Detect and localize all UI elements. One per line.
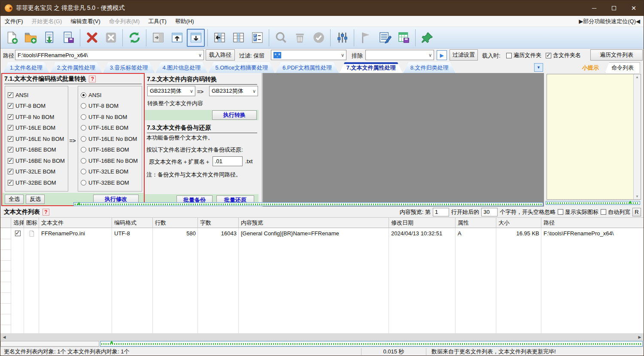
filter-settings-button[interactable]: 过滤设置: [450, 49, 478, 61]
encoding-checkbox[interactable]: UTF-8 BOM: [8, 103, 65, 109]
execute-convert-button[interactable]: 执行转换: [212, 110, 257, 120]
traverse-file-list-button[interactable]: 遍历文件列表: [590, 49, 643, 61]
chevron-down-icon[interactable]: ∨: [188, 88, 195, 94]
column-header[interactable]: 选择: [11, 218, 24, 228]
scroll-right-icon[interactable]: ▶: [636, 333, 644, 341]
tab-7[interactable]: 7.文本文件属性处理: [340, 62, 403, 73]
menu-item[interactable]: 帮助(H): [171, 18, 198, 25]
encoding-radio[interactable]: UTF-16BE No BOM: [81, 158, 139, 164]
load-path-button[interactable]: 载入路径: [206, 49, 235, 61]
refresh-icon[interactable]: [125, 29, 143, 47]
column-header[interactable]: 编码格式: [112, 218, 153, 228]
select-column-icon[interactable]: [229, 29, 247, 47]
column-header[interactable]: 文本文件: [39, 218, 112, 228]
invert-selection-button[interactable]: 反选: [26, 195, 45, 204]
row-gutter-header[interactable]: [0, 218, 11, 228]
encoding-checkbox[interactable]: UTF-32BE BOM: [8, 180, 65, 186]
panel-down-icon[interactable]: [187, 29, 205, 47]
encoding-checkbox[interactable]: UTF-16LE No BOM: [8, 136, 65, 142]
encoding-radio[interactable]: UTF-32BE BOM: [81, 180, 139, 186]
show-real-icons-checkbox[interactable]: 显示实际图标: [558, 208, 598, 216]
tab-4[interactable]: 4.图片信息处理: [156, 62, 208, 73]
tip-scrollbar[interactable]: ▲ ▼: [633, 74, 641, 199]
encoding-checkbox[interactable]: UTF-16BE BOM: [8, 146, 65, 153]
tab-6[interactable]: 6.PDF文档属性处理: [276, 62, 339, 73]
from-encoding-combobox[interactable]: GB2312简体 ∨: [147, 86, 195, 96]
encoding-checkbox[interactable]: ANSI: [8, 92, 65, 98]
minimize-button[interactable]: ─: [584, 0, 604, 16]
traverse-folders-checkbox[interactable]: 遍历文件夹: [506, 52, 541, 59]
chevron-down-icon[interactable]: ∨: [339, 52, 346, 58]
checklist-icon[interactable]: [248, 29, 266, 47]
freeze-column-icon[interactable]: [210, 29, 228, 47]
tab-overflow-dropdown[interactable]: ▼: [534, 63, 543, 72]
encoding-radio[interactable]: UTF-16LE BOM: [81, 125, 139, 131]
save-list-icon[interactable]: [59, 29, 77, 47]
side-tab-2[interactable]: 命令列表: [605, 62, 640, 73]
scroll-down-icon[interactable]: ▼: [635, 195, 639, 198]
encoding-radio[interactable]: UTF-16BE BOM: [81, 146, 139, 153]
sliders-icon[interactable]: [333, 29, 351, 47]
side-tab-1[interactable]: 小提示: [576, 62, 605, 73]
include-folder-name-checkbox[interactable]: 含文件夹名: [546, 52, 581, 59]
tab-1[interactable]: 1.文件名处理: [3, 62, 49, 73]
encoding-radio[interactable]: UTF-8 BOM: [81, 103, 139, 109]
panel-right-icon[interactable]: [149, 29, 167, 47]
tab-3[interactable]: 3.音乐标签处理: [103, 62, 155, 73]
chevron-down-icon[interactable]: ∨: [427, 52, 434, 58]
menu-item[interactable]: 文件(F): [0, 18, 27, 25]
encoding-checkbox[interactable]: UTF-32LE BOM: [8, 168, 65, 175]
encoding-radio[interactable]: UTF-8 No BOM: [81, 114, 139, 120]
encoding-radio[interactable]: UTF-16LE No BOM: [81, 136, 139, 142]
edit-table-icon[interactable]: [376, 29, 394, 47]
preview-line-input[interactable]: 1: [433, 208, 449, 216]
column-header[interactable]: 路径: [541, 218, 644, 228]
column-header[interactable]: 大小: [496, 218, 541, 228]
column-header[interactable]: 字数: [198, 218, 239, 228]
exclude-combobox[interactable]: ∨: [365, 50, 434, 60]
column-header[interactable]: 属性: [456, 218, 496, 228]
encoding-checkbox[interactable]: UTF-16LE BOM: [8, 125, 65, 131]
auto-column-width-checkbox[interactable]: 自动列宽: [601, 208, 630, 216]
menu-item[interactable]: 工具(T): [144, 18, 171, 25]
save-table-icon[interactable]: [395, 29, 413, 47]
encoding-checkbox[interactable]: UTF-16BE No BOM: [8, 158, 65, 164]
pin-icon[interactable]: [418, 29, 436, 47]
tip-content-area[interactable]: ▲ ▼: [547, 74, 641, 200]
tab-5[interactable]: 5.Office文档摘要处理: [208, 62, 275, 73]
scroll-up-icon[interactable]: ▲: [635, 75, 639, 79]
path-combobox[interactable]: F:\tools\FFRenamePro_x64\ ∨: [15, 50, 204, 60]
column-header[interactable]: 图标: [24, 218, 39, 228]
row-select-checkbox[interactable]: [11, 228, 24, 239]
backup-suffix-input[interactable]: .01: [213, 156, 243, 166]
menu-item[interactable]: 编辑查看(V): [66, 18, 104, 25]
apply-filter-button[interactable]: ▶: [437, 50, 447, 60]
new-file-icon[interactable]: [3, 29, 21, 47]
chevron-down-icon[interactable]: ∨: [251, 88, 258, 94]
filter-combobox[interactable]: *.* ∨: [271, 50, 346, 60]
column-header[interactable]: 修改日期: [389, 218, 456, 228]
column-header[interactable]: 行数: [153, 218, 198, 228]
import-list-icon[interactable]: [40, 29, 58, 47]
close-button[interactable]: ×: [624, 0, 644, 16]
column-header[interactable]: 内容预览: [239, 218, 389, 228]
quick-locate-label[interactable]: ▶部分功能快速定位(Q)◀: [579, 18, 644, 25]
encoding-radio[interactable]: UTF-32LE BOM: [81, 168, 139, 175]
help-button[interactable]: ?: [43, 209, 49, 216]
preview-chars-input[interactable]: 30: [481, 208, 498, 216]
encoding-checkbox[interactable]: UTF-8 No BOM: [8, 114, 65, 120]
horizontal-scrollbar[interactable]: ◀ ▶: [0, 333, 644, 341]
add-folder-icon[interactable]: [21, 29, 39, 47]
select-all-button[interactable]: 全选: [5, 195, 24, 204]
chevron-down-icon[interactable]: ∨: [197, 52, 204, 58]
help-button[interactable]: ?: [89, 76, 96, 82]
to-encoding-combobox[interactable]: GB2312简体 ∨: [209, 86, 258, 96]
reset-columns-button[interactable]: R: [632, 208, 641, 216]
scroll-left-icon[interactable]: ◀: [0, 333, 8, 341]
panel-up-icon[interactable]: [168, 29, 186, 47]
delete-icon[interactable]: [83, 29, 101, 47]
maximize-button[interactable]: [604, 0, 624, 16]
tab-2[interactable]: 2.文件属性处理: [50, 62, 102, 73]
tab-8[interactable]: 8.文件归类处理: [404, 62, 456, 73]
encoding-radio[interactable]: ANSI: [81, 92, 139, 98]
